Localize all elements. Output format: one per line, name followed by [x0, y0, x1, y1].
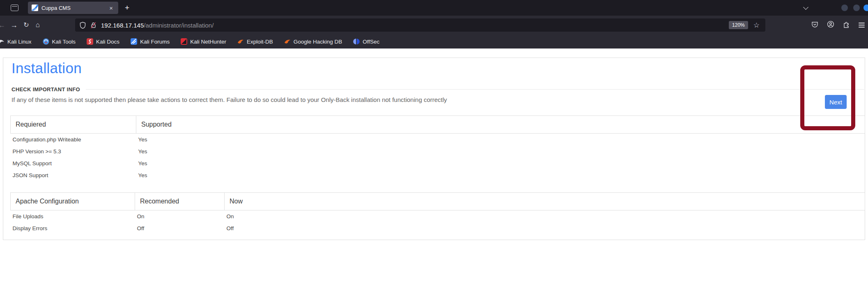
kali-docs-icon [87, 38, 93, 45]
exploit-db-icon [237, 38, 244, 45]
toolbar-right-icons [811, 16, 865, 35]
kali-forums-icon [131, 38, 137, 45]
kali-tools-icon [43, 38, 49, 45]
maximize-button[interactable] [853, 5, 860, 11]
firefox-view-icon[interactable] [11, 5, 18, 11]
col-header-requiered: Requiered [11, 116, 136, 134]
bookmark-kali-linux[interactable]: Kali Linux [0, 38, 32, 45]
section-heading-row: CHECK IMPORTANT INFO [11, 86, 864, 92]
zoom-level-badge[interactable]: 120% [729, 21, 748, 29]
bookmark-google-hacking-db[interactable]: Google Hacking DB [284, 38, 342, 45]
bookmark-label: OffSec [363, 39, 379, 45]
offsec-icon [353, 38, 360, 45]
requirement-status: Yes [136, 157, 865, 169]
account-icon[interactable] [827, 21, 834, 30]
annotation-rectangle [800, 65, 855, 130]
table-row: PHP Version >= 5.3 Yes [11, 146, 865, 157]
apache-configuration-table: Apache Configuration Recomended Now File… [10, 192, 865, 234]
url-text[interactable]: 192.168.17.145/administrator/installatio… [101, 22, 214, 29]
col-header-now: Now [225, 193, 865, 210]
bookmark-offsec[interactable]: OffSec [353, 38, 379, 45]
table-header-row: Apache Configuration Recomended Now [11, 193, 865, 210]
cuppa-cms-favicon [32, 5, 38, 11]
close-window-button[interactable] [863, 5, 868, 11]
table-row: File Uploads On On [11, 210, 865, 222]
apache-setting-label: File Uploads [11, 210, 135, 222]
apache-now-value: On [225, 210, 865, 222]
requirement-status: Yes [136, 169, 865, 181]
extensions-puzzle-icon[interactable] [843, 21, 850, 30]
list-tabs-chevron-icon[interactable] [803, 5, 808, 10]
bookmark-kali-tools[interactable]: Kali Tools [43, 38, 76, 45]
minimize-button[interactable] [841, 5, 848, 11]
table-row: JSON Support Yes [11, 169, 865, 181]
installation-panel: Installation CHECK IMPORTANT INFO If any… [3, 58, 865, 240]
apache-now-value: Off [225, 222, 865, 234]
url-host: 192.168.17.145 [101, 22, 144, 29]
section-heading: CHECK IMPORTANT INFO [11, 86, 80, 92]
col-header-recomended: Recomended [135, 193, 225, 210]
bookmark-label: Google Hacking DB [294, 39, 342, 45]
bookmark-label: Kali Forums [140, 39, 170, 45]
bookmarks-bar: Kali Linux Kali Tools Kali Docs Kali For… [0, 35, 868, 49]
col-header-apache-configuration: Apache Configuration [11, 193, 135, 210]
requirement-label: PHP Version >= 5.3 [11, 146, 136, 157]
forward-icon[interactable]: → [9, 16, 19, 35]
apache-recommended-value: Off [135, 222, 225, 234]
new-tab-button[interactable]: + [122, 2, 132, 13]
bookmark-kali-forums[interactable]: Kali Forums [131, 38, 170, 45]
page-viewport: Installation CHECK IMPORTANT INFO If any… [0, 49, 868, 298]
navigation-toolbar: ← → ↻ ⌂ 192.168.17.145/administrator/ins… [0, 16, 868, 35]
bookmark-kali-nethunter[interactable]: Kali NetHunter [181, 38, 226, 45]
info-description: If any of these items is not supported t… [11, 96, 447, 103]
bookmark-label: Kali Tools [52, 39, 76, 45]
table-row: Display Errors Off Off [11, 222, 865, 234]
back-icon[interactable]: ← [0, 16, 7, 35]
table-header-row: Requiered Supported [11, 116, 865, 134]
kali-nethunter-icon [181, 38, 187, 45]
section-divider [86, 89, 864, 90]
apache-setting-label: Display Errors [11, 222, 135, 234]
col-header-supported: Supported [136, 116, 865, 134]
url-path: /administrator/installation/ [144, 22, 214, 29]
insecure-lock-icon[interactable] [90, 22, 96, 29]
bookmark-kali-docs[interactable]: Kali Docs [87, 38, 119, 45]
reload-icon[interactable]: ↻ [21, 16, 31, 35]
table-row: MySQL Support Yes [11, 157, 865, 169]
tracking-shield-icon[interactable] [80, 22, 86, 29]
bookmark-label: Kali Docs [96, 39, 119, 45]
bookmark-label: Kali Linux [7, 39, 32, 45]
bookmark-exploit-db[interactable]: Exploit-DB [237, 38, 273, 45]
pocket-icon[interactable] [811, 21, 818, 30]
requirement-status: Yes [136, 146, 865, 157]
bookmark-star-icon[interactable]: ☆ [753, 22, 760, 29]
requirement-status: Yes [136, 134, 865, 146]
google-hacking-db-icon [284, 38, 291, 45]
requirement-label: MySQL Support [11, 157, 136, 169]
tab-bar: Cuppa CMS × + [0, 0, 868, 16]
url-bar[interactable]: 192.168.17.145/administrator/installatio… [75, 18, 765, 32]
home-icon[interactable]: ⌂ [33, 16, 43, 35]
kali-dragon-icon [0, 38, 5, 45]
requirement-label: Configuration.php Writeable [11, 134, 136, 146]
requirements-table: Requiered Supported Configuration.php Wr… [10, 116, 865, 181]
bookmark-label: Exploit-DB [247, 39, 273, 45]
browser-tab[interactable]: Cuppa CMS × [28, 2, 118, 14]
menu-hamburger-icon[interactable] [859, 23, 865, 28]
bookmark-label: Kali NetHunter [190, 39, 226, 45]
tab-close-icon[interactable]: × [108, 4, 115, 12]
table-row: Configuration.php Writeable Yes [11, 134, 865, 146]
requirement-label: JSON Support [11, 169, 136, 181]
page-title: Installation [11, 60, 82, 76]
apache-recommended-value: On [135, 210, 225, 222]
tab-title: Cuppa CMS [41, 5, 108, 11]
